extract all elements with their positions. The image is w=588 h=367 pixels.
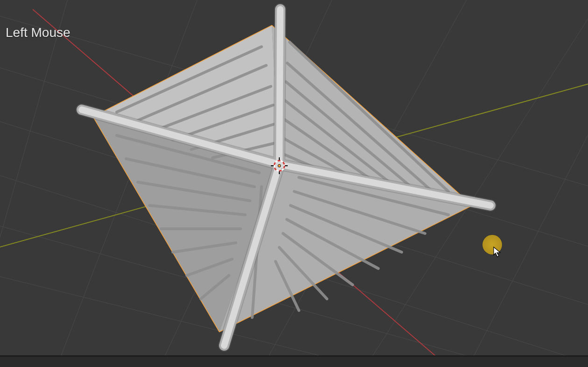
svg-line-49	[279, 9, 280, 164]
mouse-cursor-icon	[493, 247, 502, 258]
roof-object[interactable]	[82, 9, 490, 346]
input-overlay-label: Left Mouse	[6, 25, 71, 40]
svg-line-5	[0, 271, 374, 367]
scene-canvas[interactable]	[0, 0, 588, 367]
svg-line-6	[0, 0, 70, 367]
viewport-3d[interactable]: Left Mouse	[0, 0, 588, 367]
status-bar	[0, 355, 588, 367]
svg-point-55	[278, 164, 281, 167]
svg-marker-60	[494, 247, 500, 257]
svg-line-11	[467, 98, 588, 367]
